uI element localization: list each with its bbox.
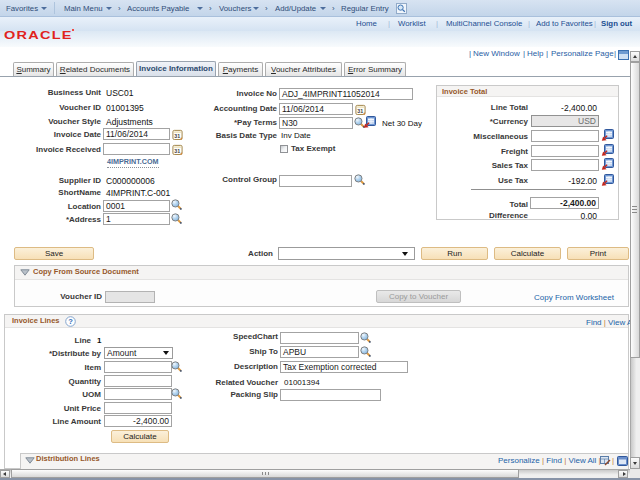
svg-text:31: 31: [357, 108, 363, 114]
svg-text:31: 31: [174, 133, 180, 139]
svg-text:?: ?: [68, 317, 73, 326]
svg-text:31: 31: [174, 148, 180, 154]
